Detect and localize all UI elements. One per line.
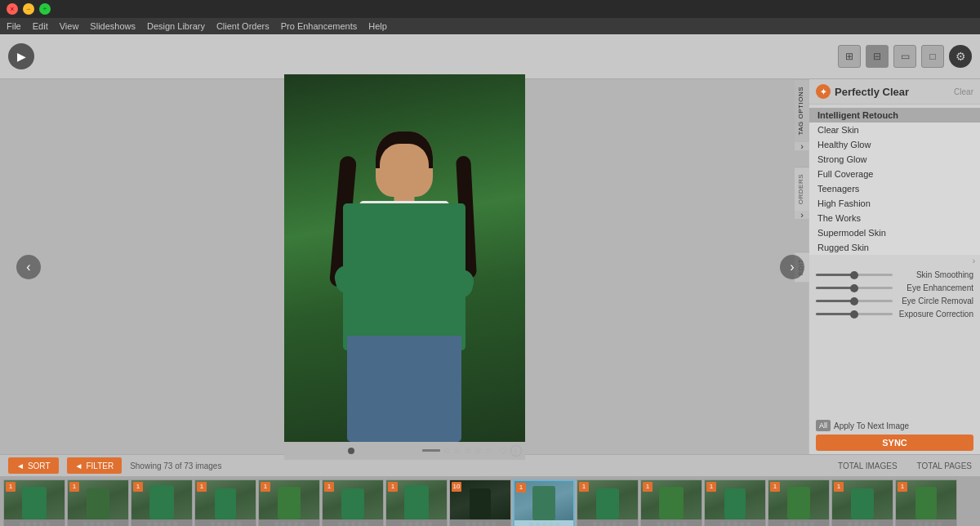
star-icon[interactable]: ☆ xyxy=(38,520,44,527)
thumb-14[interactable]: 1 ☆☆☆☆☆ xyxy=(895,479,957,527)
eye-circle-track[interactable] xyxy=(816,300,893,302)
thumb-stars-4[interactable]: ☆☆☆☆☆ xyxy=(259,519,319,527)
thumb-stars-1[interactable]: ☆☆☆☆☆ xyxy=(68,519,128,527)
preset-intelligent-retouch[interactable]: Intelligent Retouch xyxy=(809,108,980,123)
scroll-dots xyxy=(287,448,416,454)
star-icon[interactable]: ☆ xyxy=(19,520,24,527)
prev-image-button[interactable]: ‹ xyxy=(16,255,41,279)
thumb-stars-7[interactable]: ☆☆☆☆☆ xyxy=(450,519,510,527)
thumb-8[interactable]: 1 ☆☆☆☆☆ xyxy=(513,479,575,527)
menu-help[interactable]: Help xyxy=(368,21,387,31)
star-icon[interactable]: ☆ xyxy=(32,520,38,527)
eye-enhancement-thumb[interactable] xyxy=(850,284,858,292)
thumb-stars-8[interactable]: ☆☆☆☆☆ xyxy=(514,520,573,527)
menu-file[interactable]: File xyxy=(7,21,21,31)
preset-rugged-skin[interactable]: Rugged Skin xyxy=(809,240,980,255)
photo-star-1[interactable]: ☆ xyxy=(443,445,451,456)
preset-high-fashion[interactable]: High Fashion xyxy=(809,196,980,211)
right-panel: TAG OPTIONS › ORDERS › EDIT ✦ Perfectly … xyxy=(808,79,980,454)
menu-slideshows[interactable]: Slideshows xyxy=(90,21,136,31)
thumb-13[interactable]: 1 ☆☆☆☆☆ xyxy=(831,479,893,527)
photo-star-2[interactable]: ☆ xyxy=(453,445,461,456)
menu-design-library[interactable]: Design Library xyxy=(147,21,205,31)
thumb-9[interactable]: 1 ☆☆☆☆☆ xyxy=(577,479,639,527)
thumb-stars-11[interactable]: ☆☆☆☆☆ xyxy=(705,519,765,527)
menu-pro-enhancements[interactable]: Pro Enhancements xyxy=(281,21,358,31)
star-icon[interactable]: ☆ xyxy=(45,520,51,527)
view-grid-2-button[interactable]: ▭ xyxy=(893,45,916,68)
thumb-7[interactable]: 10 ☆☆☆☆☆ xyxy=(449,479,511,527)
eye-circle-thumb[interactable] xyxy=(850,297,858,305)
photo-star-5[interactable]: ☆ xyxy=(485,445,493,456)
photo-info-icon[interactable]: i xyxy=(510,445,522,457)
preset-full-coverage[interactable]: Full Coverage xyxy=(809,167,980,181)
all-button[interactable]: All xyxy=(816,420,831,431)
thumb-11[interactable]: 1 ☆☆☆☆☆ xyxy=(704,479,766,527)
filter-button[interactable]: ◄ FILTER xyxy=(67,457,122,474)
thumb-6[interactable]: 1 ☆☆☆☆☆ xyxy=(385,479,448,527)
thumb-10[interactable]: 1 ☆☆☆☆☆ xyxy=(640,479,702,527)
photo-star-3[interactable]: ☆ xyxy=(464,445,472,456)
preset-strong-glow[interactable]: Strong Glow xyxy=(809,152,980,167)
thumb-stars-9[interactable]: ☆☆☆☆☆ xyxy=(577,519,638,527)
view-grid-4-button[interactable]: ⊞ xyxy=(838,45,861,68)
thumb-2[interactable]: 1 ☆☆☆☆☆ xyxy=(131,479,193,527)
tab-expand-arrow[interactable]: › xyxy=(795,142,809,150)
thumb-badge-11: 1 xyxy=(706,482,716,492)
preset-healthy-glow[interactable]: Healthy Glow xyxy=(809,137,980,152)
menu-client-orders[interactable]: Client Orders xyxy=(216,21,270,31)
thumb-5[interactable]: 1 ☆☆☆☆☆ xyxy=(322,479,384,527)
thumb-stars-12[interactable]: ☆☆☆☆☆ xyxy=(768,519,829,527)
thumb-badge-8: 1 xyxy=(516,483,526,493)
thumb-stars-6[interactable]: ☆☆☆☆☆ xyxy=(386,519,447,527)
star-icon[interactable]: ☆ xyxy=(25,520,31,527)
skin-smoothing-track[interactable] xyxy=(816,274,893,276)
preset-supermodel-skin[interactable]: Supermodel Skin xyxy=(809,225,980,240)
thumb-4[interactable]: 1 ☆☆☆☆☆ xyxy=(258,479,320,527)
thumb-stars-10[interactable]: ☆☆☆☆☆ xyxy=(641,519,702,527)
sync-button[interactable]: SYNC xyxy=(816,435,973,451)
photo-flag[interactable]: ♡ xyxy=(499,445,508,457)
settings-button[interactable]: ⚙ xyxy=(949,45,972,68)
exposure-thumb[interactable] xyxy=(850,310,858,319)
thumb-stars-3[interactable]: ☆☆☆☆☆ xyxy=(195,519,256,527)
thumb-stars-13[interactable]: ☆☆☆☆☆ xyxy=(832,519,893,527)
thumb-1[interactable]: 1 ☆☆☆☆☆ xyxy=(67,479,129,527)
window-controls[interactable]: × − + xyxy=(7,3,51,15)
menu-bar: File Edit View Slideshows Design Library… xyxy=(0,18,980,34)
thumb-stars-2[interactable]: ☆☆☆☆☆ xyxy=(131,519,192,527)
thumb-stars-5[interactable]: ☆☆☆☆☆ xyxy=(323,519,383,527)
next-image-button[interactable]: › xyxy=(780,255,804,279)
view-single-button[interactable]: □ xyxy=(921,45,944,68)
clear-link[interactable]: Clear xyxy=(954,87,973,96)
perfectly-clear-title: Perfectly Clear xyxy=(835,86,909,98)
tab-tag-options[interactable]: TAG OPTIONS xyxy=(795,79,809,142)
close-button[interactable]: × xyxy=(7,3,18,15)
preset-teenagers[interactable]: Teenagers xyxy=(809,181,980,196)
thumb-badge-9: 1 xyxy=(579,482,589,492)
photo-star-4[interactable]: ☆ xyxy=(474,445,483,456)
thumb-12[interactable]: 1 ☆☆☆☆☆ xyxy=(768,479,830,527)
filter-arrow-icon: ◄ xyxy=(75,461,83,470)
maximize-button[interactable]: + xyxy=(39,3,51,15)
thumb-3[interactable]: 1 ☆☆☆☆☆ xyxy=(194,479,256,527)
preset-the-works[interactable]: The Works xyxy=(809,211,980,225)
view-grid-2x2-button[interactable]: ⊟ xyxy=(866,45,889,68)
main-photo xyxy=(284,74,525,442)
thumb-stars-14[interactable]: ☆☆☆☆☆ xyxy=(896,519,956,527)
menu-view[interactable]: View xyxy=(60,21,79,31)
minimize-button[interactable]: − xyxy=(23,3,34,15)
preset-clear-skin[interactable]: Clear Skin xyxy=(809,123,980,137)
orders-expand-arrow[interactable]: › xyxy=(795,211,809,219)
presets-expand[interactable]: › xyxy=(809,255,980,267)
exposure-track[interactable] xyxy=(816,313,893,315)
tab-orders[interactable]: ORDERS xyxy=(795,167,809,211)
menu-edit[interactable]: Edit xyxy=(33,21,48,31)
eye-enhancement-label: Eye Enhancement xyxy=(896,283,973,292)
skin-smoothing-thumb[interactable] xyxy=(850,271,858,279)
thumb-stars-0[interactable]: ☆☆☆☆☆ xyxy=(4,519,65,527)
eye-enhancement-track[interactable] xyxy=(816,287,893,289)
sort-button[interactable]: ◄ SORT xyxy=(8,457,59,474)
play-button[interactable]: ▶ xyxy=(8,43,34,69)
thumb-0[interactable]: 1 ☆☆☆☆☆ xyxy=(3,479,65,527)
